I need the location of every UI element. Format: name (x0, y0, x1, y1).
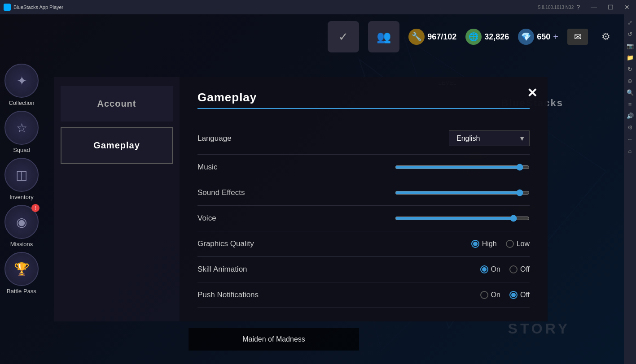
sound-effects-slider[interactable] (395, 189, 530, 196)
push-notifications-on-label: On (491, 291, 500, 299)
tab-gameplay[interactable]: Gameplay (61, 127, 173, 164)
topbar-gem: 🌐 32,826 (465, 29, 509, 45)
tab-account[interactable]: Account (61, 86, 173, 121)
missions-badge: ! (31, 204, 39, 212)
battlepass-icon: 🏆 (4, 252, 39, 286)
graphics-quality-control: High Low (471, 240, 530, 248)
music-row: Music (197, 155, 530, 180)
skill-animation-on-option[interactable]: On (480, 265, 500, 273)
sidebar-layers-btn[interactable]: ≡ (626, 100, 635, 108)
missions-icon: ◉ ! (4, 205, 39, 239)
sidebar-screenshot-btn[interactable]: 📷 (626, 41, 635, 50)
skill-animation-on-radio[interactable] (480, 265, 488, 273)
skill-animation-on-label: On (491, 265, 500, 273)
diamond-plus[interactable]: + (553, 32, 558, 42)
settings-close-button[interactable]: ✕ (523, 84, 541, 102)
sidebar-item-collection[interactable]: ✦ Collection (4, 64, 39, 106)
graphics-high-option[interactable]: High (471, 240, 497, 248)
left-sidebar: ✦ Collection ☆ Squad ◫ Inventory ◉ ! Mis… (4, 64, 39, 295)
maximize-button[interactable]: ☐ (605, 3, 616, 12)
topbar-gold: 🔧 967/102 (408, 29, 456, 45)
sidebar-search-btn[interactable]: 🔍 (626, 88, 635, 97)
close-button[interactable]: ✕ (622, 3, 632, 12)
topbar-friends[interactable]: 👥 (368, 21, 399, 52)
gold-value: 967/102 (427, 32, 456, 42)
voice-slider[interactable] (395, 215, 530, 222)
sidebar-settings-btn[interactable]: ⚙ (626, 123, 635, 132)
battlepass-label: Battle Pass (7, 288, 36, 295)
app-logo (4, 4, 11, 11)
sound-effects-row: Sound Effects (197, 180, 530, 206)
graphics-low-option[interactable]: Low (506, 240, 530, 248)
topbar-diamond: 💎 650 + (518, 29, 558, 45)
sidebar-item-missions[interactable]: ◉ ! Missions (4, 205, 39, 247)
push-notifications-on-option[interactable]: On (480, 291, 500, 299)
gem-value: 32,826 (484, 32, 509, 42)
skill-animation-label: Skill Animation (197, 265, 247, 274)
inventory-label: Inventory (9, 194, 33, 200)
sidebar-folder-btn[interactable]: 📁 (626, 53, 635, 62)
push-notifications-row: Push Notifications On Off (197, 282, 530, 308)
sidebar-volume-btn[interactable]: 🔊 (626, 111, 635, 120)
topbar-checkin[interactable]: ✓ (328, 21, 359, 52)
skill-animation-off-label: Off (520, 265, 530, 273)
help-button[interactable]: ? (574, 3, 583, 12)
graphics-low-label: Low (517, 240, 530, 248)
music-control (395, 164, 530, 171)
sidebar-expand-btn[interactable]: ⤢ (626, 18, 635, 27)
sidebar-rotate-btn[interactable]: ↺ (626, 30, 635, 39)
sidebar-item-battlepass[interactable]: 🏆 Battle Pass (4, 252, 39, 295)
skill-animation-off-radio[interactable] (509, 265, 518, 273)
inventory-icon: ◫ (4, 158, 39, 192)
push-notifications-on-radio[interactable] (480, 291, 488, 299)
settings-title-underline (197, 108, 530, 109)
sidebar-item-squad[interactable]: ☆ Squad (4, 111, 39, 153)
music-slider[interactable] (395, 164, 530, 171)
graphics-high-radio[interactable] (471, 240, 479, 248)
sidebar-controls-btn[interactable]: ⊕ (626, 76, 635, 85)
voice-control (395, 215, 530, 222)
graphics-quality-label: Graphics Quality (197, 239, 254, 248)
sidebar-back-btn[interactable]: ← (626, 134, 635, 143)
window-controls: ? — ☐ ✕ (574, 3, 632, 12)
graphics-high-label: High (482, 240, 497, 248)
language-label: Language (197, 134, 232, 143)
language-select[interactable]: English Korean Japanese Chinese (449, 130, 530, 146)
skill-animation-row: Skill Animation On Off (197, 257, 530, 282)
language-row: Language English Korean Japanese Chinese… (197, 122, 530, 155)
sidebar-home-btn[interactable]: ⌂ (626, 146, 635, 155)
voice-label: Voice (197, 214, 216, 223)
squad-icon: ☆ (4, 111, 39, 145)
squad-label: Squad (13, 147, 30, 153)
voice-row: Voice (197, 206, 530, 231)
language-control: English Korean Japanese Chinese ▼ (449, 130, 530, 146)
sidebar-refresh-btn[interactable]: ↻ (626, 65, 635, 74)
push-notifications-off-radio[interactable] (509, 291, 518, 299)
app-version: 5.8.100.1013 N32 (538, 5, 574, 10)
push-notifications-control: On Off (480, 291, 530, 299)
game-background: ✓ 👥 🔧 967/102 🌐 32,826 💎 650 + ✉ ⚙ ✦ Col… (0, 14, 624, 364)
settings-title: Gameplay (197, 91, 530, 104)
game-topbar: ✓ 👥 🔧 967/102 🌐 32,826 💎 650 + ✉ ⚙ (0, 14, 624, 59)
sidebar-item-inventory[interactable]: ◫ Inventory (4, 158, 39, 200)
language-dropdown-wrap: English Korean Japanese Chinese ▼ (449, 130, 530, 146)
sound-effects-control (395, 189, 530, 196)
minimize-button[interactable]: — (588, 3, 600, 12)
topbar-settings-icon[interactable]: ⚙ (597, 28, 615, 46)
music-label: Music (197, 163, 217, 172)
settings-modal: Account Gameplay ✕ Gameplay Language (54, 77, 548, 321)
graphics-low-radio[interactable] (506, 240, 514, 248)
push-notifications-label: Push Notifications (197, 290, 259, 299)
skill-animation-off-option[interactable]: Off (509, 265, 530, 273)
diamond-value: 650 (537, 32, 550, 42)
app-title: BlueStacks App Player (13, 4, 536, 10)
sound-effects-label: Sound Effects (197, 188, 245, 197)
push-notifications-off-label: Off (520, 291, 530, 299)
title-bar: BlueStacks App Player 5.8.100.1013 N32 ?… (0, 0, 636, 14)
push-notifications-off-option[interactable]: Off (509, 291, 530, 299)
skill-animation-control: On Off (480, 265, 530, 273)
topbar-mail[interactable]: ✉ (567, 29, 588, 45)
settings-tabs-panel: Account Gameplay (54, 77, 180, 321)
collection-icon: ✦ (4, 64, 39, 98)
collection-label: Collection (9, 100, 34, 106)
